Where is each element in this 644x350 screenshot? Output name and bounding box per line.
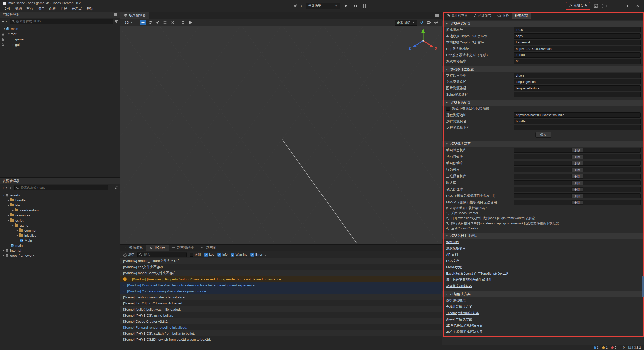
hierarchy-search-input[interactable] [16,19,111,23]
log-entry-info[interactable]: [Window] Download the Vue Devtools exten… [120,282,442,288]
filter-icon[interactable] [115,20,118,23]
refresh-icon[interactable] [115,186,118,189]
asset-node-main-ts[interactable]: TS Main [0,238,120,243]
menu-node[interactable]: 节点 [24,6,35,12]
lock-icon[interactable] [2,43,4,47]
section-i18n[interactable]: 游戏多语言配置 [442,66,644,72]
expand-chevron-icon[interactable] [123,289,126,293]
clear-console-button[interactable]: 清空 [123,253,134,257]
dimension-toggle-button[interactable]: 3D [123,20,135,25]
log-entry[interactable]: [Scene] [bullet]:bullet wasm lib loaded. [120,306,442,312]
maximize-button[interactable] [622,0,630,12]
expand-caret-icon[interactable] [11,209,15,212]
pivot-toggle-button[interactable] [180,20,186,25]
delete-button[interactable]: 删除 [571,148,583,152]
doc-link-hotupdate-plugin[interactable]: 原生包热更新配置自动生成插件 [446,278,492,282]
delete-button[interactable]: 删除 [571,200,583,205]
status-download-count[interactable]: 0 [620,346,625,349]
log-entry-info[interactable]: [Scene] Forward render pipeline initiali… [120,324,442,330]
tab-animation-editor[interactable]: 动画编辑器 [169,245,198,251]
expand-caret-icon[interactable] [7,219,10,222]
layout-button[interactable] [361,3,368,9]
section-game-res[interactable]: 游戏资源配置 [442,100,644,106]
log-entry[interactable]: [Window] ecs文件夹不存在 [120,264,442,270]
view-mode-dropdown[interactable]: 正常浏览 [395,20,417,26]
expand-caret-icon[interactable] [2,254,6,257]
tab-property-inspector[interactable]: 属性检查器 [444,12,470,19]
solution-link-strategy[interactable]: 战棋游戏框架 [446,298,466,303]
asset-node-internal[interactable]: internal [0,248,120,253]
remote-bundle-input[interactable] [514,119,641,124]
languages-input[interactable] [514,73,641,78]
status-warning-count[interactable]: 1 [602,346,608,349]
delete-button[interactable]: 删除 [571,174,583,179]
delete-button[interactable]: 删除 [571,168,583,172]
image-preview-icon[interactable] [594,4,598,8]
section-solutions[interactable]: 框架解决方案 [442,291,644,297]
http-timeout-input[interactable] [514,52,641,58]
game-version-input[interactable] [514,27,641,32]
build-publish-button[interactable]: 构建发布 [566,3,590,9]
section-game-basic[interactable]: 游戏基础配置 [442,21,644,27]
lock-icon[interactable] [2,33,4,36]
create-node-button[interactable]: + [2,19,8,23]
status-error-count[interactable]: 0 [611,346,616,349]
expand-caret-icon[interactable] [3,27,6,30]
delete-button[interactable]: 删除 [571,181,583,185]
asset-node-main-scene[interactable]: main [0,243,120,248]
tab-animation-graph[interactable]: 动画图 [197,245,220,251]
menu-extension[interactable]: 扩展 [58,6,69,12]
remote-version-input[interactable] [514,125,641,130]
scene-view[interactable]: Y X Z [120,26,442,244]
log-entry[interactable]: [Scene] [PHYSICS2D]: switch from box2d-w… [120,336,442,342]
remote-url-input[interactable] [514,112,641,118]
doc-link-api[interactable]: API文档 [446,252,458,257]
expand-chevron-icon[interactable] [123,283,126,287]
solution-link-fullstack[interactable]: 全栈开发解决方案 [446,304,472,309]
scene-settings-button[interactable] [433,20,439,25]
doc-link-tutorial[interactable]: 教程项目 [446,240,459,244]
log-entry[interactable]: [Window] render_texture文件夹不存在 [120,258,442,264]
panel-menu-icon[interactable] [114,181,117,181]
export-log-icon[interactable] [265,253,268,256]
camera-settings-button[interactable] [426,20,432,25]
regex-checkbox[interactable]: 正则 [190,253,201,257]
asset-node-script[interactable]: script [0,218,120,223]
asset-node-oops-framework[interactable]: oops-framework [0,253,120,258]
solution-link-tiledmap[interactable]: Tiledmap地图解决方案 [446,311,479,315]
log-entry[interactable]: [Scene] Cocos Creator v3.8.2 [120,318,442,324]
expand-caret-icon[interactable] [2,249,6,252]
console-search[interactable] [137,252,187,257]
crypto-iv-input[interactable] [514,40,641,45]
delete-button[interactable]: 删除 [571,187,583,192]
menu-help[interactable]: 帮助 [84,6,96,12]
hierarchy-node-main[interactable]: main [0,26,120,31]
coordinate-toggle-button[interactable] [187,20,193,25]
sort-icon[interactable] [10,186,13,189]
status-info-count[interactable]: 3 [594,346,599,349]
crypto-key-input[interactable] [514,33,641,39]
image-res-path-input[interactable] [514,85,641,91]
tab-scene-editor[interactable]: 场景编辑器 [120,12,149,19]
filter-icon[interactable] [110,187,113,189]
filter-log-checkbox[interactable]: Log [204,253,214,257]
solution-link-3drpg[interactable]: 3D角色扮演游戏解决方案 [446,330,483,334]
expand-caret-icon[interactable] [11,224,15,227]
expand-caret-icon[interactable] [7,204,10,207]
expand-caret-icon[interactable] [2,194,6,197]
asset-node-common[interactable]: common [0,228,120,233]
expand-caret-icon[interactable] [16,234,19,237]
asset-node-resources[interactable]: resources [0,213,120,218]
expand-caret-icon[interactable] [16,229,19,232]
move-tool-button[interactable] [140,20,146,25]
tab-console[interactable]: 控制台 [146,245,169,251]
play-button[interactable] [343,3,349,9]
console-search-input[interactable] [143,253,185,257]
hierarchy-node-game[interactable]: game [0,37,120,42]
preview-target-button[interactable] [293,4,303,8]
section-module-trim[interactable]: 框架模块裁剪 [442,141,644,147]
help-icon[interactable] [602,4,607,8]
close-button[interactable] [634,0,641,12]
lock-icon[interactable] [2,38,4,42]
step-button[interactable] [352,3,358,9]
